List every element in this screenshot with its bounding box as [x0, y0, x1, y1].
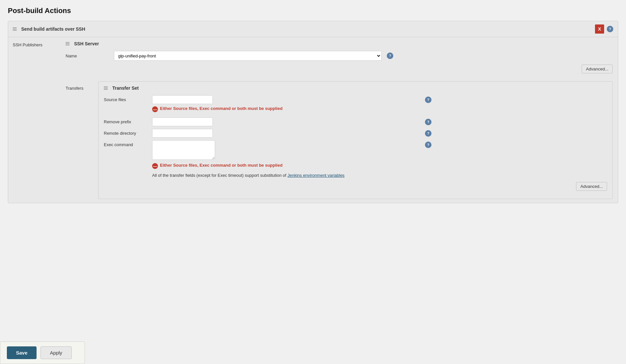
info-text: All of the transfer fields (except for E… [152, 172, 420, 179]
remove-prefix-label: Remove prefix [104, 117, 149, 124]
outer-card-title-row: Send build artifacts over SSH [13, 26, 85, 32]
name-help-icon[interactable]: ? [387, 53, 393, 59]
remove-prefix-help-icon[interactable]: ? [425, 119, 431, 125]
source-files-input[interactable] [152, 95, 213, 104]
transfers-section: Transfers Transfer Set Source files [66, 81, 613, 199]
page-title: Post-build Actions [8, 7, 618, 15]
source-files-help-icon[interactable]: ? [425, 97, 431, 103]
exec-command-group: — Either Source files, Exec command or b… [152, 140, 420, 179]
exec-command-help-icon[interactable]: ? [425, 142, 431, 148]
outer-card-title: Send build artifacts over SSH [21, 26, 85, 32]
source-files-row: Source files — Either Source files, Exec… [104, 95, 607, 115]
ssh-server-header: SSH Server [66, 41, 613, 46]
jenkins-env-link[interactable]: Jenkins environment variables [288, 173, 345, 178]
name-label: Name [66, 53, 111, 58]
advanced-button-bottom[interactable]: Advanced... [576, 182, 607, 191]
header-right: X ? [595, 24, 613, 34]
error-icon-2: — [152, 163, 158, 169]
ssh-server-section: SSH Server Name glp-unified-pay-front ? … [60, 37, 618, 203]
exec-command-error-text: Either Source files, Exec command or bot… [160, 163, 283, 168]
transfers-label: Transfers [66, 81, 98, 199]
exec-command-error: — Either Source files, Exec command or b… [152, 163, 420, 169]
drag-handle-icon [13, 27, 17, 31]
remote-directory-input[interactable] [152, 129, 213, 138]
remote-directory-row: Remote directory ? [104, 129, 607, 138]
help-icon[interactable]: ? [607, 26, 613, 32]
ssh-publishers-label: SSH Publishers [8, 37, 60, 203]
remote-directory-group [152, 129, 420, 138]
advanced-button-top[interactable]: Advanced... [582, 65, 613, 73]
post-build-action-card: Send build artifacts over SSH X ? SSH Pu… [8, 21, 618, 203]
remove-prefix-row: Remove prefix ? [104, 117, 607, 126]
exec-command-textarea[interactable] [152, 140, 215, 160]
ssh-server-title: SSH Server [74, 41, 99, 46]
apply-button[interactable]: Apply [40, 346, 72, 359]
bottom-actions: Save Apply [0, 341, 85, 364]
transfer-set-drag-handle [104, 86, 108, 90]
exec-command-row: Exec command — Either Source files, Exec… [104, 140, 607, 179]
error-icon-1: — [152, 106, 158, 112]
remove-prefix-group [152, 117, 420, 126]
exec-command-label: Exec command [104, 140, 149, 147]
transfer-set-header: Transfer Set [104, 85, 607, 91]
save-button[interactable]: Save [7, 346, 37, 359]
source-files-error: — Either Source files, Exec command or b… [152, 106, 420, 112]
name-select[interactable]: glp-unified-pay-front [114, 51, 382, 61]
info-text-content: All of the transfer fields (except for E… [152, 173, 288, 178]
source-files-group: — Either Source files, Exec command or b… [152, 95, 420, 115]
ssh-server-drag-handle [66, 42, 70, 45]
outer-card-body: SSH Publishers SSH Server Name glp-unifi… [8, 37, 618, 203]
transfer-set-title: Transfer Set [112, 85, 139, 91]
source-files-label: Source files [104, 95, 149, 102]
remote-directory-label: Remote directory [104, 129, 149, 136]
remote-directory-help-icon[interactable]: ? [425, 130, 431, 137]
close-button[interactable]: X [595, 24, 604, 34]
source-files-error-text: Either Source files, Exec command or bot… [160, 106, 283, 111]
name-row: Name glp-unified-pay-front ? [66, 51, 613, 61]
outer-card-header: Send build artifacts over SSH X ? [8, 21, 618, 37]
transfer-set-card: Transfer Set Source files — Either Sourc… [98, 81, 613, 199]
remove-prefix-input[interactable] [152, 117, 213, 126]
